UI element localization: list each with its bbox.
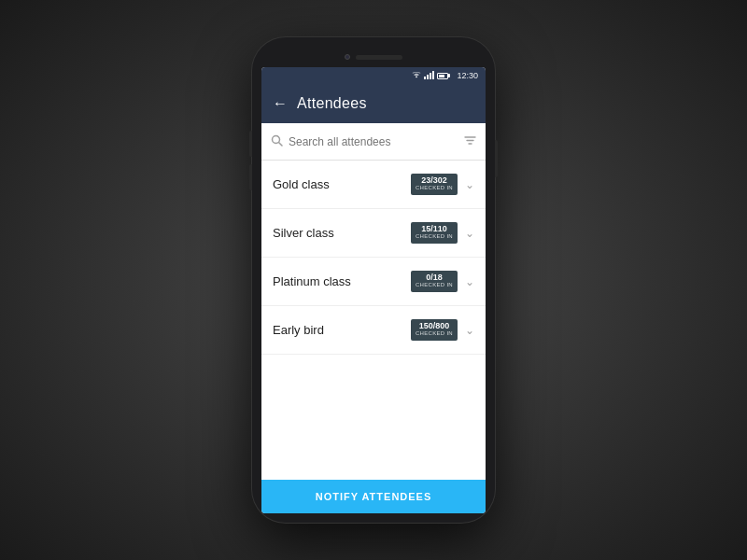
- badge-earlybird: 150/800 CHECKED IN: [411, 319, 458, 341]
- app-bar: ← Attendees: [261, 84, 486, 123]
- status-icons: 12:30: [412, 71, 478, 80]
- power-button: [495, 140, 498, 177]
- search-bar: [261, 123, 486, 161]
- attendee-row-earlybird[interactable]: Early bird 150/800 CHECKED IN ⌄: [261, 306, 486, 355]
- attendee-row-platinum[interactable]: Platinum class 0/18 CHECKED IN ⌄: [261, 258, 486, 306]
- volume-down-button: [249, 164, 252, 190]
- phone-screen: 12:30 ← Attendees: [261, 67, 486, 513]
- search-input[interactable]: [289, 135, 458, 148]
- badge-platinum: 0/18 CHECKED IN: [411, 271, 458, 292]
- camera: [345, 54, 350, 60]
- attendee-list: Gold class 23/302 CHECKED IN ⌄ Silver cl…: [261, 161, 486, 480]
- page-title: Attendees: [297, 95, 367, 112]
- back-button[interactable]: ←: [273, 95, 288, 112]
- group-label-earlybird: Early bird: [273, 323, 411, 337]
- badge-silver: 15/110 CHECKED IN: [411, 222, 458, 244]
- group-label-platinum: Platinum class: [273, 274, 411, 288]
- wifi-icon: [412, 72, 421, 79]
- attendee-row-silver[interactable]: Silver class 15/110 CHECKED IN ⌄: [261, 209, 486, 258]
- svg-line-1: [279, 142, 283, 146]
- status-time: 12:30: [457, 71, 478, 80]
- chevron-earlybird: ⌄: [465, 324, 474, 337]
- speaker: [356, 55, 402, 60]
- group-label-gold: Gold class: [273, 177, 411, 191]
- attendee-row-gold[interactable]: Gold class 23/302 CHECKED IN ⌄: [261, 161, 486, 209]
- chevron-platinum: ⌄: [465, 275, 474, 288]
- status-bar: 12:30: [261, 67, 486, 84]
- chevron-gold: ⌄: [465, 178, 474, 191]
- group-label-silver: Silver class: [273, 226, 411, 240]
- battery-icon: [437, 73, 450, 79]
- signal-icon: [424, 72, 434, 79]
- phone-device: 12:30 ← Attendees: [252, 37, 495, 523]
- search-icon: [271, 134, 283, 149]
- phone-top-bar: [261, 47, 486, 67]
- filter-icon[interactable]: [464, 134, 476, 149]
- volume-up-button: [249, 131, 252, 157]
- notify-attendees-button[interactable]: NOTIFY ATTENDEES: [261, 480, 486, 513]
- chevron-silver: ⌄: [465, 227, 474, 240]
- badge-gold: 23/302 CHECKED IN: [411, 174, 458, 195]
